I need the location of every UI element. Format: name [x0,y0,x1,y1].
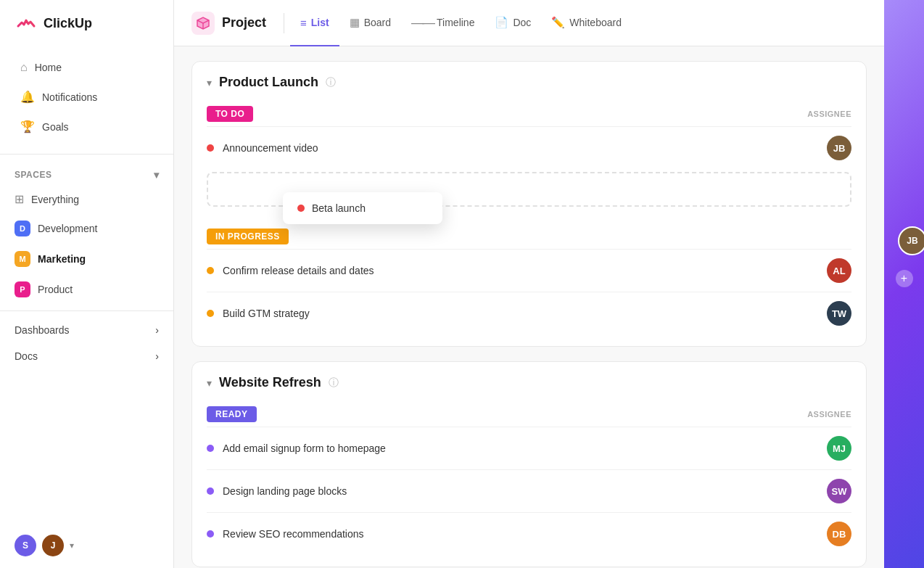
user-avatar-j[interactable]: J [42,535,64,556]
task-status-dot [207,445,214,452]
task-status-dot [207,310,214,317]
sidebar-item-product[interactable]: P Product [0,275,173,304]
clickup-logo-icon [15,12,38,35]
task-group-inprogress: IN PROGRESS Confirm release details and … [192,221,866,346]
tab-label-timeline: Timeline [437,17,474,28]
task-name: Review SEO recommendations [223,528,364,540]
dashboards-label: Dashboards [15,324,70,336]
plus-icon-area[interactable]: + [884,270,924,287]
spaces-header: Spaces ▾ [0,160,173,185]
trophy-icon: 🏆 [20,120,35,133]
sidebar-footer: S J ▾ [0,523,173,568]
app-logo[interactable]: ClickUp [0,0,173,46]
whiteboard-tab-icon: ✏️ [551,16,565,29]
drag-task-name: Beta launch [312,202,366,214]
nav-item-notifications[interactable]: 🔔 Notifications [6,83,168,111]
sidebar-item-development[interactable]: D Development [0,214,173,243]
status-badge-ready: READY [207,406,257,422]
sidebar-item-marketing[interactable]: M Marketing [0,244,173,273]
task-status-dot [207,144,214,152]
sidebar-item-label-everything: Everything [31,194,79,205]
sidebar: ClickUp ⌂ Home 🔔 Notifications 🏆 Goals S… [0,0,174,568]
main-content: Project ≡ List ▦ Board ― ― Timeline 📄 Do… [174,0,884,568]
docs-expand-icon [155,350,159,362]
spaces-collapse-icon[interactable]: ▾ [154,169,160,181]
tab-label-whiteboard: Whiteboard [569,17,622,28]
sidebar-item-docs[interactable]: Docs [0,343,173,369]
table-row[interactable]: Add email signup form to homepage MJ [207,427,851,469]
info-icon-2: ⓘ [329,376,339,390]
nav-item-home[interactable]: ⌂ Home [6,54,168,81]
task-left: Build GTM strategy [207,308,310,319]
section-product-launch-header: ▾ Product Launch ⓘ [192,62,866,99]
docs-label: Docs [15,350,38,362]
app-name: ClickUp [44,16,92,31]
tab-doc[interactable]: 📄 Doc [484,0,541,46]
dashboards-expand-icon [155,324,159,336]
info-icon: ⓘ [326,76,336,89]
tab-board[interactable]: ▦ Board [339,0,401,46]
section-collapse-btn-2[interactable]: ▾ [207,377,212,389]
assignee-column-label: ASSIGNEE [807,110,851,118]
product-badge: P [15,281,30,297]
sidebar-item-everything[interactable]: ⊞ Everything [0,186,173,213]
nav-item-goals[interactable]: 🏆 Goals [6,112,168,141]
sidebar-item-label-development: Development [38,223,98,234]
table-row[interactable]: Design landing page blocks SW [207,469,851,512]
task-group-inprogress-header: IN PROGRESS [207,221,851,249]
task-name: Confirm release details and dates [223,265,374,276]
task-left: Review SEO recommendations [207,528,364,540]
task-status-dot [207,530,214,538]
user-menu-chevron[interactable]: ▾ [70,540,74,551]
task-left: Add email signup form to homepage [207,443,386,454]
bell-icon: 🔔 [20,90,35,104]
topbar-divider [284,13,284,33]
status-badge-inprogress: IN PROGRESS [207,229,289,244]
divider [0,154,173,155]
table-row[interactable]: Review SEO recommendations DB [207,512,851,555]
task-name: Add email signup form to homepage [223,443,386,454]
nav-label-goals: Goals [42,121,69,133]
marketing-badge: M [15,251,30,267]
task-name: Design landing page blocks [223,485,347,497]
project-name: Project [222,15,266,30]
topbar: Project ≡ List ▦ Board ― ― Timeline 📄 Do… [174,0,884,46]
project-cube-icon [191,12,215,35]
avatar: AL [827,258,851,283]
floating-avatar-area: JB [898,226,924,255]
content-area: ▾ Product Launch ⓘ TO DO ASSIGNEE Announ… [174,46,884,568]
tab-label-doc: Doc [513,17,531,28]
add-icon[interactable]: + [896,270,913,287]
table-row[interactable]: Confirm release details and dates AL [207,249,851,292]
tab-whiteboard[interactable]: ✏️ Whiteboard [541,0,632,46]
svg-rect-0 [15,12,38,35]
tab-list[interactable]: ≡ List [290,0,339,46]
user-avatar-s[interactable]: S [15,535,36,556]
tab-timeline[interactable]: ― ― Timeline [401,0,484,46]
right-gradient-panel: JB + [884,0,924,568]
status-badge-todo: TO DO [207,106,253,122]
table-row[interactable]: Announcement video JB [207,126,851,169]
tab-label-board: Board [364,17,391,28]
divider-2 [0,310,173,311]
project-title-area: Project [191,12,266,35]
task-group-ready: READY ASSIGNEE Add email signup form to … [192,399,866,567]
nav-label-notifications: Notifications [42,91,97,103]
assignee-column-label-2: ASSIGNEE [807,410,851,419]
timeline-tab-icon: ― ― [411,15,432,30]
task-status-dot [207,267,214,274]
everything-icon: ⊞ [15,192,24,206]
main-nav: ⌂ Home 🔔 Notifications 🏆 Goals [0,46,173,148]
sidebar-item-label-product: Product [38,284,73,295]
task-group-ready-header: READY ASSIGNEE [207,399,851,427]
drag-floating-item: Beta launch [283,192,442,224]
sidebar-item-dashboards[interactable]: Dashboards [0,317,173,343]
avatar: MJ [827,436,851,461]
section-collapse-btn[interactable]: ▾ [207,77,212,89]
doc-tab-icon: 📄 [495,16,508,29]
table-row[interactable]: Build GTM strategy TW [207,292,851,334]
task-left: Announcement video [207,142,318,154]
nav-label-home: Home [35,62,62,73]
avatar: JB [827,136,851,160]
home-icon: ⌂ [20,61,28,74]
